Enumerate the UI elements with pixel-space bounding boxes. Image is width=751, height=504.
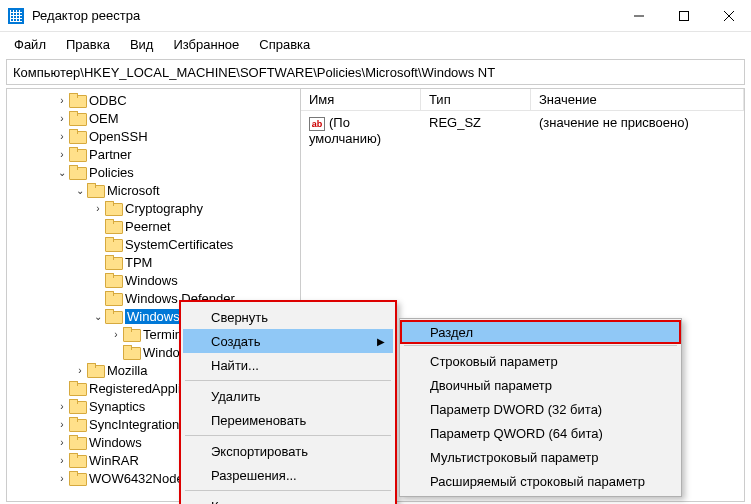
svg-rect-1 <box>679 11 688 20</box>
menu-file[interactable]: Файл <box>4 34 56 55</box>
tree-item-windows[interactable]: Windows <box>7 271 300 289</box>
folder-icon <box>87 183 103 197</box>
ctx-new[interactable]: Создать▶ <box>183 329 393 353</box>
expand-icon[interactable]: › <box>55 149 69 160</box>
ctx-new-binary[interactable]: Двоичный параметр <box>402 373 679 397</box>
expand-icon[interactable]: › <box>73 365 87 376</box>
expand-icon[interactable]: › <box>55 113 69 124</box>
menu-favorites[interactable]: Избранное <box>163 34 249 55</box>
folder-icon <box>69 453 85 467</box>
expand-icon[interactable]: › <box>55 419 69 430</box>
folder-icon <box>123 327 139 341</box>
folder-icon <box>105 219 121 233</box>
tree-item-partner[interactable]: ›Partner <box>7 145 300 163</box>
tree-item-microsoft[interactable]: ⌄Microsoft <box>7 181 300 199</box>
expand-icon[interactable]: › <box>91 203 105 214</box>
expand-icon[interactable]: › <box>55 437 69 448</box>
ctx-new-key[interactable]: Раздел <box>400 320 681 344</box>
expand-icon[interactable]: › <box>55 473 69 484</box>
ctx-new-expandstring[interactable]: Расширяемый строковый параметр <box>402 469 679 493</box>
expand-icon[interactable]: › <box>109 329 123 340</box>
tree-item-peernet[interactable]: Peernet <box>7 217 300 235</box>
menu-edit[interactable]: Правка <box>56 34 120 55</box>
folder-icon <box>69 129 85 143</box>
collapse-icon[interactable]: ⌄ <box>55 167 69 178</box>
col-name[interactable]: Имя <box>301 89 421 110</box>
folder-icon <box>69 111 85 125</box>
value-row-default[interactable]: ab(По умолчанию) REG_SZ (значение не при… <box>301 111 744 150</box>
maximize-button[interactable] <box>661 1 706 31</box>
value-header: Имя Тип Значение <box>301 89 744 111</box>
folder-icon <box>105 201 121 215</box>
folder-icon <box>69 435 85 449</box>
minimize-button[interactable] <box>616 1 661 31</box>
string-value-icon: ab <box>309 117 325 131</box>
ctx-rename[interactable]: Переименовать <box>183 408 393 432</box>
expand-icon[interactable]: › <box>55 131 69 142</box>
separator <box>185 435 391 436</box>
title-bar: Редактор реестра <box>0 0 751 32</box>
tree-item-policies[interactable]: ⌄Policies <box>7 163 300 181</box>
window-title: Редактор реестра <box>32 8 616 23</box>
ctx-new-string[interactable]: Строковый параметр <box>402 349 679 373</box>
menu-view[interactable]: Вид <box>120 34 164 55</box>
collapse-icon[interactable]: ⌄ <box>91 311 105 322</box>
tree-item-odbc[interactable]: ›ODBC <box>7 91 300 109</box>
close-button[interactable] <box>706 1 751 31</box>
folder-icon <box>87 363 103 377</box>
folder-icon <box>123 345 139 359</box>
app-icon <box>8 8 24 24</box>
folder-icon <box>105 237 121 251</box>
folder-icon <box>105 291 121 305</box>
separator <box>185 490 391 491</box>
ctx-delete[interactable]: Удалить <box>183 384 393 408</box>
tree-item-openssh[interactable]: ›OpenSSH <box>7 127 300 145</box>
expand-icon[interactable]: › <box>55 95 69 106</box>
address-text: Компьютер\HKEY_LOCAL_MACHINE\SOFTWARE\Po… <box>13 65 495 80</box>
folder-icon <box>69 165 85 179</box>
folder-icon <box>69 417 85 431</box>
folder-icon <box>69 471 85 485</box>
submenu-arrow-icon: ▶ <box>377 336 385 347</box>
ctx-permissions[interactable]: Разрешения... <box>183 463 393 487</box>
ctx-copy-key-name[interactable]: Копировать имя раздела <box>183 494 393 504</box>
folder-icon <box>105 255 121 269</box>
value-type: REG_SZ <box>421 113 531 148</box>
folder-icon <box>69 381 85 395</box>
address-bar[interactable]: Компьютер\HKEY_LOCAL_MACHINE\SOFTWARE\Po… <box>6 59 745 85</box>
value-data: (значение не присвоено) <box>531 113 744 148</box>
context-menu-new-submenu: Раздел Строковый параметр Двоичный парам… <box>399 318 682 497</box>
ctx-new-multistring[interactable]: Мультистроковый параметр <box>402 445 679 469</box>
expand-icon[interactable]: › <box>55 455 69 466</box>
tree-item-cryptography[interactable]: ›Cryptography <box>7 199 300 217</box>
folder-icon <box>105 273 121 287</box>
tree-item-tpm[interactable]: TPM <box>7 253 300 271</box>
separator <box>185 380 391 381</box>
col-value[interactable]: Значение <box>531 89 744 110</box>
ctx-export[interactable]: Экспортировать <box>183 439 393 463</box>
folder-icon <box>69 93 85 107</box>
expand-icon[interactable]: › <box>55 401 69 412</box>
folder-icon <box>69 399 85 413</box>
ctx-new-dword[interactable]: Параметр DWORD (32 бита) <box>402 397 679 421</box>
tree-item-oem[interactable]: ›OEM <box>7 109 300 127</box>
col-type[interactable]: Тип <box>421 89 531 110</box>
ctx-new-qword[interactable]: Параметр QWORD (64 бита) <box>402 421 679 445</box>
tree-item-systemcertificates[interactable]: SystemCertificates <box>7 235 300 253</box>
separator <box>404 345 677 346</box>
ctx-find[interactable]: Найти... <box>183 353 393 377</box>
collapse-icon[interactable]: ⌄ <box>73 185 87 196</box>
folder-icon <box>105 309 121 323</box>
menu-bar: Файл Правка Вид Избранное Справка <box>0 32 751 56</box>
folder-icon <box>69 147 85 161</box>
context-menu-primary: Свернуть Создать▶ Найти... Удалить Переи… <box>179 300 397 504</box>
menu-help[interactable]: Справка <box>249 34 320 55</box>
ctx-collapse[interactable]: Свернуть <box>183 305 393 329</box>
